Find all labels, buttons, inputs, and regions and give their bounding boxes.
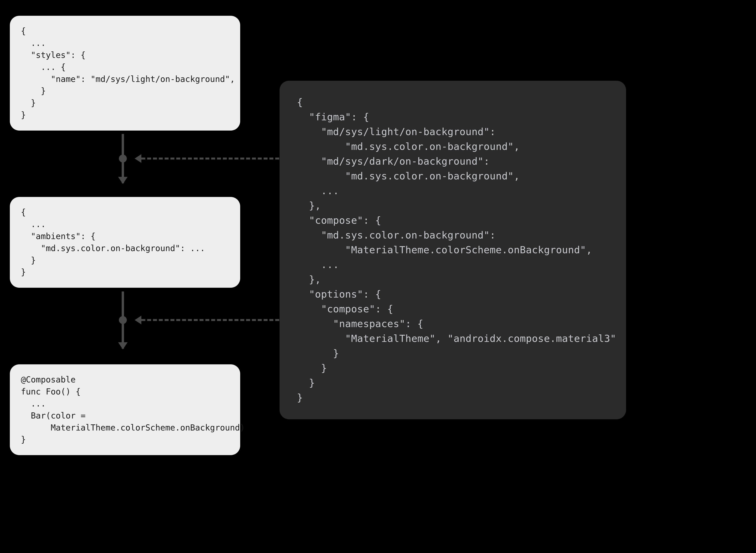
dashed-arrow-head-1 bbox=[135, 154, 141, 163]
arrow-dot-2 bbox=[119, 316, 127, 324]
ambients-json-card: { ... "ambients": { "md.sys.color.on-bac… bbox=[10, 197, 240, 288]
dashed-arrow-head-2 bbox=[135, 316, 141, 324]
dashed-connector-1 bbox=[141, 158, 279, 160]
styles-json-card: { ... "styles": { ... { "name": "md/sys/… bbox=[10, 16, 240, 131]
config-json-card: { "figma": { "md/sys/light/on-background… bbox=[279, 81, 626, 419]
composable-code-card: @Composable func Foo() { ... Bar(color =… bbox=[10, 364, 240, 455]
arrow-dot-1 bbox=[119, 155, 127, 162]
dashed-connector-2 bbox=[141, 319, 279, 321]
